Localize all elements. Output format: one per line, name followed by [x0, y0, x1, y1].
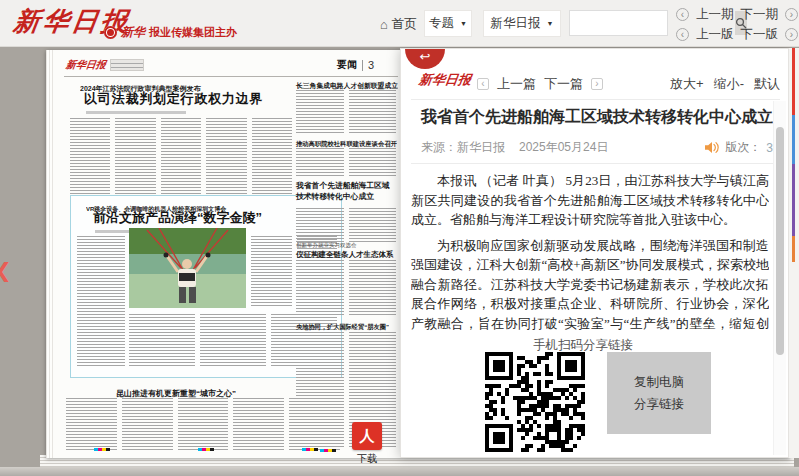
section-page-label: 要闻 3 [337, 58, 374, 72]
chevron-down-icon: ▼ [460, 20, 467, 27]
source-label: 来源： [421, 139, 457, 156]
article-title: 我省首个先进船舶海工区域技术转移转化中心成立 [421, 107, 773, 128]
edition-label: 版次： [725, 139, 761, 156]
search-box [569, 10, 668, 36]
divider [411, 163, 780, 164]
newspaper-masthead: 新华日报 [66, 58, 144, 72]
copy-share-link-button[interactable]: 复制电脑 分享链接 [607, 352, 711, 434]
article-reader-panel: ↩ 新华日报 ‹ 上一篇 下一篇 › 放大+ 缩小- 默认 我省首个先进船舶海工… [400, 48, 789, 458]
article-body: 本报讯 （记者 叶真） 5月23日，由江苏科技大学与镇江高新区共同建设的我省首个… [411, 171, 769, 335]
back-button[interactable]: ↩ [405, 49, 445, 69]
back-arrow-icon: ↩ [420, 49, 431, 64]
next-page-icon[interactable]: › [785, 28, 798, 41]
panel-logo: 新华日报 [418, 71, 473, 89]
vr-parachute-photo [129, 228, 246, 308]
cmyk-registration-mark [302, 448, 318, 451]
edition-number: 3 [766, 141, 773, 155]
prev-issue-button[interactable]: 上一期 [696, 6, 734, 23]
right-article-3-headline[interactable]: 我省首个先进船舶海工区域技术转移转化中心成立 [296, 180, 396, 208]
pdf-icon: 人 [360, 427, 375, 446]
qr-code [485, 352, 585, 452]
publish-date: 2025年05月24日 [519, 139, 608, 156]
cmyk-registration-mark [198, 448, 214, 451]
next-article-icon[interactable]: › [591, 78, 603, 90]
newspaper-date-box [110, 59, 144, 71]
edge-toolbar-red[interactable] [792, 48, 795, 115]
article-paragraph: 为积极响应国家创新驱动发展战略，围绕海洋强国和制造强国建设，江科大创新“高校+高… [411, 236, 769, 336]
prev-page-button[interactable]: 上一版 [696, 26, 734, 43]
prev-article-icon[interactable]: ‹ [477, 78, 489, 90]
edge-toolbar-orange[interactable] [792, 236, 795, 262]
lead-article-byline [86, 111, 186, 114]
menu-topics-label: 专题 [429, 15, 454, 32]
panel-scrollbar-thumb[interactable] [776, 127, 784, 355]
newspaper-masthead-logo: 新华日报 [65, 58, 107, 72]
section-name: 要闻 [337, 58, 357, 72]
page-left-arrow[interactable]: ❮ [0, 258, 12, 282]
prev-issue-icon[interactable]: ‹ [676, 8, 689, 21]
zoom-default-button[interactable]: 默认 [754, 75, 780, 93]
source-value: 新华日报 [457, 139, 505, 156]
bottom-gray-band [0, 467, 799, 476]
chevron-down-icon: ▼ [547, 20, 554, 27]
article-paragraph: 本报讯 （记者 叶真） 5月23日，由江苏科技大学与镇江高新区共同建设的我省首个… [411, 171, 769, 230]
boxed-article-headline: 前沿文旅产品演绎“数字金陵” [93, 209, 262, 227]
pdf-download-label: 下载 [346, 452, 388, 466]
home-icon: ⌂ [380, 18, 388, 31]
next-issue-button[interactable]: 下一期 [741, 6, 779, 23]
pdf-download-button[interactable]: 人 [352, 422, 382, 450]
issue-page-pager: ‹ 上一期 下一期 › ‹ 上一版 下一版 › [676, 5, 798, 43]
brand-emblem-icon [104, 26, 117, 39]
newspaper-text-columns [296, 148, 396, 178]
divider [411, 99, 780, 100]
newspaper-text-columns [77, 236, 125, 368]
lead-article-headline[interactable]: 以司法裁判划定行政权力边界 [84, 90, 263, 108]
edge-toolbar-purple[interactable] [792, 164, 795, 236]
top-header-bar: 新华日报 新华 报业传媒集团主办 ⌂ 首页 专题 ▼ 新华日报 ▼ ‹ 上 [0, 0, 799, 47]
nav-home[interactable]: ⌂ 首页 [380, 16, 417, 33]
menu-newspaper-label: 新华日报 [491, 15, 541, 32]
next-issue-icon[interactable]: › [785, 8, 798, 21]
panel-scrollbar-track[interactable] [773, 101, 786, 455]
newspaper-text-columns [70, 118, 292, 194]
newspaper-text-columns [296, 260, 396, 316]
menu-topics-dropdown[interactable]: 专题 ▼ [424, 10, 472, 37]
next-article-button[interactable]: 下一篇 [544, 75, 583, 93]
prev-article-button[interactable]: 上一篇 [497, 75, 536, 93]
page-number: 3 [368, 59, 374, 71]
article-nav: ‹ 上一篇 下一篇 › [477, 75, 603, 93]
speaker-icon[interactable] [705, 141, 720, 154]
cmyk-registration-mark [320, 449, 336, 452]
prev-page-icon[interactable]: ‹ [676, 28, 689, 41]
divider [362, 60, 363, 71]
edge-toolbar-blue[interactable] [792, 115, 795, 164]
site-tagline: 新华 报业传媒集团主办 [104, 24, 237, 41]
app-window: 新华日报 新华 报业传媒集团主办 ⌂ 首页 专题 ▼ 新华日报 ▼ ‹ 上 [0, 0, 799, 476]
zoom-in-button[interactable]: 放大+ [670, 75, 704, 93]
newspaper-left-page-edge [46, 50, 53, 458]
menu-newspaper-dropdown[interactable]: 新华日报 ▼ [483, 10, 561, 37]
edge-share-toolbar [792, 48, 795, 262]
next-page-button[interactable]: 下一版 [741, 26, 779, 43]
zoom-out-button[interactable]: 缩小- [714, 75, 744, 93]
nav-home-label: 首页 [392, 16, 417, 33]
article-meta: 来源： 新华日报 2025年05月24日 版次： 3 [421, 139, 773, 156]
cmyk-registration-mark [94, 448, 110, 451]
font-size-controls: 放大+ 缩小- 默认 [670, 75, 780, 93]
newspaper-text-columns [296, 90, 396, 134]
